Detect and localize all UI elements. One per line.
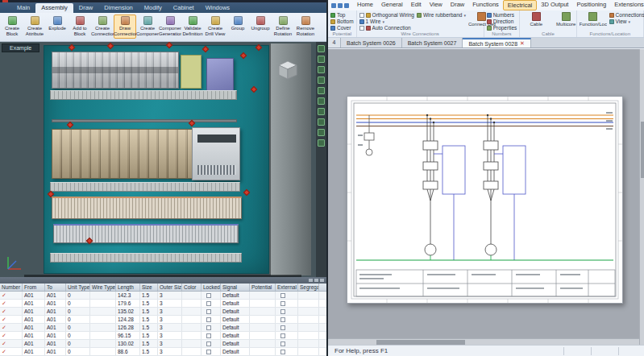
horizontal-scrollbar[interactable]: [328, 338, 639, 345]
validate-definition-button[interactable]: Validate Definition: [181, 14, 204, 39]
auto-connection-button[interactable]: Auto Connection: [359, 25, 414, 31]
close-icon[interactable]: ✕: [520, 40, 525, 47]
checkbox[interactable]: [206, 301, 211, 306]
left-tab-main[interactable]: Main: [11, 3, 35, 13]
view-button[interactable]: View▾: [609, 19, 644, 24]
connections-button[interactable]: Connections▾: [609, 12, 644, 18]
doc-tab-batch-system-0027[interactable]: Batch System 0027: [402, 38, 463, 48]
doc-tab-batch-system-0028[interactable]: Batch System 0028✕: [463, 38, 531, 48]
column-header-potential[interactable]: Potential: [250, 284, 276, 291]
circuit-breaker-row[interactable]: [52, 52, 179, 89]
scrollbar-thumb[interactable]: [641, 122, 644, 178]
table-row[interactable]: ✓A01A010142.31.53Default: [0, 292, 326, 300]
cable-duct[interactable]: [50, 90, 237, 100]
column-header-size[interactable]: Size: [140, 284, 158, 291]
right-tab-view[interactable]: View: [426, 0, 447, 10]
checkbox[interactable]: [206, 293, 211, 298]
panel-3d-viewport[interactable]: Example: [0, 42, 316, 277]
table-row[interactable]: ✓A01A01096.151.53Default: [0, 332, 326, 340]
bottom-button[interactable]: Bottom: [330, 19, 354, 24]
orthogonal-wiring-button[interactable]: Orthogonal Wiring: [359, 12, 414, 18]
checkbox[interactable]: [280, 301, 285, 306]
front-view-icon[interactable]: [318, 108, 325, 115]
create-drill-view-button[interactable]: Create Drill View: [204, 14, 226, 39]
cover-button[interactable]: Cover: [330, 25, 354, 31]
zoom-out-icon[interactable]: [318, 77, 325, 84]
top-button[interactable]: Top: [330, 12, 354, 18]
left-tab-assembly[interactable]: Assembly: [35, 3, 73, 13]
multicore-button[interactable]: Multicore: [552, 12, 580, 31]
left-tab-windows[interactable]: Windows: [200, 3, 235, 13]
left-tab-modify[interactable]: Modify: [139, 3, 168, 13]
column-header-unit-type[interactable]: Unit Type: [66, 284, 90, 291]
numbers-button[interactable]: Numbers: [487, 12, 517, 18]
column-header-signal[interactable]: Signal: [221, 284, 250, 291]
right-tab-3d-output[interactable]: 3D Output: [537, 0, 572, 10]
table-row[interactable]: ✓A01A010135.021.53Default: [0, 308, 326, 316]
define-rotation-button[interactable]: Define Rotation: [272, 14, 294, 39]
checkbox[interactable]: [206, 325, 211, 330]
zoom-fit-icon[interactable]: [318, 56, 325, 63]
schematic-sheet[interactable]: [347, 96, 623, 304]
explode-button[interactable]: Explode: [46, 14, 69, 39]
terminal-strip-row[interactable]: [52, 197, 242, 219]
checkbox[interactable]: [280, 350, 285, 354]
measure-icon[interactable]: [318, 139, 325, 147]
sheet-pane-tab[interactable]: 4: [328, 38, 341, 48]
panel-window-buttons[interactable]: [309, 279, 324, 282]
column-header-from[interactable]: From: [23, 284, 45, 291]
checkbox[interactable]: [206, 309, 211, 314]
column-header-to[interactable]: To: [45, 284, 66, 291]
yellow-component[interactable]: [181, 55, 202, 89]
right-tab-positioning[interactable]: Positioning: [572, 0, 610, 10]
component-generation-wizard-button[interactable]: Component Generation Wizard: [159, 14, 181, 39]
checkbox[interactable]: [280, 333, 285, 338]
right-tab-electrical[interactable]: Electrical: [503, 0, 537, 10]
vertical-scrollbar[interactable]: [639, 49, 644, 345]
checkbox[interactable]: [206, 317, 211, 322]
terminal-strip-row[interactable]: [53, 224, 239, 243]
checkbox[interactable]: [280, 317, 285, 322]
checkbox[interactable]: [359, 26, 364, 31]
checkbox[interactable]: [206, 342, 211, 346]
table-row[interactable]: ✓A01A010130.021.53Default: [0, 340, 326, 348]
schematic-drawing[interactable]: [347, 96, 623, 304]
right-tab-general[interactable]: General: [377, 0, 407, 10]
cable-duct[interactable]: [50, 253, 242, 263]
create-connection-button[interactable]: Create Connection: [91, 14, 114, 39]
checkbox[interactable]: [206, 350, 211, 354]
wire-rubberband-button[interactable]: Wire rubberband▾: [417, 12, 466, 18]
column-header-color[interactable]: Color: [182, 284, 202, 291]
add-to-block-button[interactable]: Add to Block: [69, 14, 91, 39]
iso-view-icon[interactable]: [318, 129, 325, 136]
checkbox[interactable]: [359, 13, 364, 18]
zoom-in-icon[interactable]: [318, 66, 325, 73]
quick-access-toolbar[interactable]: [331, 3, 349, 8]
column-header-external[interactable]: External: [276, 284, 298, 291]
table-row[interactable]: ✓A01A010124.281.53Default: [0, 316, 326, 324]
right-tab-draw[interactable]: Draw: [447, 0, 469, 10]
table-row[interactable]: ✓A01A010126.281.53Default: [0, 324, 326, 332]
right-tab-extensions[interactable]: Extensions: [610, 0, 644, 10]
checkbox[interactable]: [280, 309, 285, 314]
column-header-segregatio[interactable]: Segregatio: [298, 284, 319, 291]
top-view-icon[interactable]: [318, 118, 325, 126]
table-row[interactable]: ✓A01A01088.61.53Default: [0, 348, 326, 356]
cable-duct[interactable]: [50, 182, 240, 192]
remove-rotation-button[interactable]: Remove Rotation: [294, 14, 317, 39]
plc-component[interactable]: [192, 127, 240, 180]
checkbox[interactable]: [280, 342, 285, 346]
cable-button[interactable]: Cable: [522, 12, 550, 31]
checkbox[interactable]: [280, 293, 285, 298]
left-tab-draw[interactable]: Draw: [73, 3, 99, 13]
pan-icon[interactable]: [318, 87, 325, 94]
checkbox[interactable]: [280, 325, 285, 330]
checkbox[interactable]: [206, 333, 211, 338]
right-tab-edit[interactable]: Edit: [407, 0, 426, 10]
right-tab-functions[interactable]: Functions: [468, 0, 503, 10]
column-header-wire-type[interactable]: Wire Type: [90, 284, 116, 291]
column-header-locked[interactable]: Locked: [202, 284, 221, 291]
schematic-drawing-area[interactable]: [328, 49, 644, 345]
doc-tab-batch-system-0026[interactable]: Batch System 0026: [341, 38, 402, 48]
orbit-icon[interactable]: [318, 97, 325, 105]
